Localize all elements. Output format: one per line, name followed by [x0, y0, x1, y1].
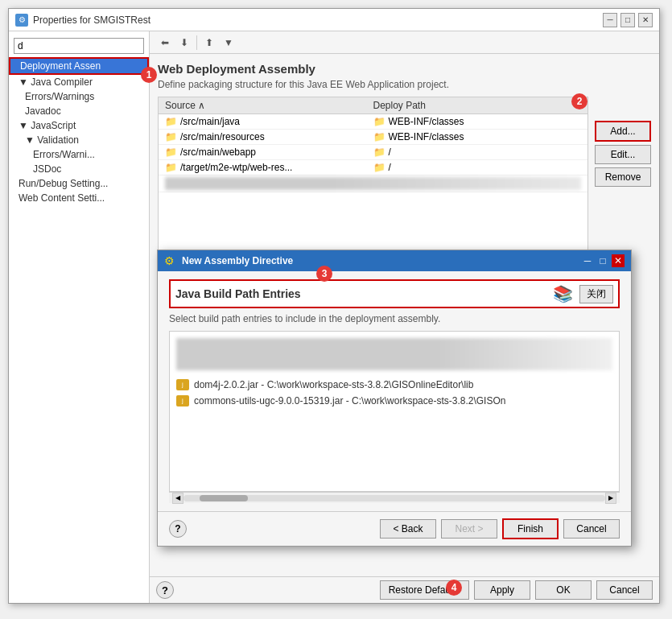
main-help-button[interactable]: ? [156, 581, 174, 599]
arrow-icon: ▼ [25, 134, 37, 146]
deploy-cell: 📁 WEB-INF/classes [373, 131, 582, 142]
nad-footer: ? < Back Next > Finish Cancel [158, 511, 631, 546]
maximize-button[interactable]: □ [620, 13, 635, 27]
edit-button[interactable]: Edit... [595, 145, 651, 164]
window-icon: ⚙ [15, 14, 28, 27]
nad-title-controls: ─ □ ✕ [581, 254, 625, 267]
scroll-right-button[interactable]: ▶ [605, 493, 616, 504]
folder-icon: 📁 [373, 162, 385, 173]
deploy-cell: 📁 / [373, 146, 582, 158]
nad-minimize-button[interactable]: ─ [581, 254, 594, 267]
expand-toolbar-button[interactable]: ⬆ [200, 34, 218, 52]
jar-icon: j [176, 395, 189, 406]
badge-3: 3 [316, 266, 332, 282]
table-row[interactable]: 📁 /src/main/webapp 📁 / [159, 145, 587, 160]
main-bottom: ? Restore Defaults Apply OK Cancel [150, 576, 659, 603]
sidebar-item-label: Web Content Setti... [19, 192, 105, 204]
folder-icon: 📁 [373, 116, 385, 127]
sidebar-item-java-compiler[interactable]: ▼ Java Compiler [9, 75, 149, 89]
books-icon: 📚 [553, 284, 573, 303]
nad-maximize-button[interactable]: □ [596, 254, 609, 267]
remove-button[interactable]: Remove [595, 167, 651, 187]
ok-button[interactable]: OK [535, 580, 592, 600]
wda-table: Source ∧ Deploy Path 📁 /src/main/java [158, 97, 588, 258]
sidebar-item-deployment[interactable]: Deployment Assen [9, 57, 149, 75]
sidebar-item-label: Errors/Warni... [33, 149, 95, 160]
forward-toolbar-button[interactable]: ⬇ [175, 34, 193, 52]
window-title: Properties for SMGISTRest [33, 14, 603, 26]
scroll-track[interactable] [183, 495, 605, 501]
sidebar-item-validation[interactable]: ▼ Validation [9, 133, 149, 147]
nad-title-icon: ⚙ [164, 254, 177, 267]
sidebar-item-label: JSDoc [33, 163, 61, 175]
nad-close-button[interactable]: ✕ [612, 254, 625, 267]
table-row[interactable]: 📁 /src/main/java 📁 WEB-INF/classes [159, 114, 587, 130]
arrow-icon: ▼ [19, 76, 31, 88]
badge-4: 4 [446, 580, 462, 596]
sidebar-item-javadoc[interactable]: Javadoc [9, 104, 149, 118]
folder-icon: 📁 [373, 146, 385, 158]
finish-button[interactable]: Finish [502, 518, 559, 539]
sidebar-item-javascript[interactable]: ▼ JavaScript [9, 118, 149, 133]
more-toolbar-button[interactable]: ▼ [220, 34, 237, 52]
source-cell: 📁 /src/main/webapp [165, 146, 373, 158]
close-label-button[interactable]: 关闭 [579, 285, 613, 303]
cancel-main-button[interactable]: Cancel [596, 580, 653, 600]
wda-title: Web Deployment Assembly [158, 62, 651, 76]
folder-icon: 📁 [165, 162, 177, 173]
table-row[interactable]: 📁 /target/m2e-wtp/web-res... 📁 / [159, 160, 587, 175]
sidebar-item-run-debug[interactable]: Run/Debug Setting... [9, 176, 149, 191]
next-button[interactable]: Next > [441, 519, 497, 539]
back-button[interactable]: < Back [380, 519, 436, 539]
window-controls: ─ □ ✕ [603, 13, 653, 27]
sidebar-item-jsdoc[interactable]: JSDoc [9, 162, 149, 176]
main-title-bar: ⚙ Properties for SMGISTRest ─ □ ✕ [9, 9, 659, 31]
back-toolbar-button[interactable]: ⬅ [156, 34, 174, 52]
nad-list[interactable]: j dom4j-2.0.2.jar - C:\work\workspace-st… [169, 331, 620, 492]
sidebar-search-input[interactable] [14, 38, 144, 54]
scroll-thumb[interactable] [200, 495, 248, 501]
folder-icon: 📁 [373, 131, 385, 142]
scroll-left-button[interactable]: ◀ [172, 493, 183, 504]
arrow-icon: ▼ [19, 120, 31, 131]
nad-help-button[interactable]: ? [169, 520, 187, 538]
minimize-button[interactable]: ─ [603, 13, 617, 27]
nad-body: Java Build Path Entries 📚 关闭 Select buil… [158, 271, 631, 511]
wda-table-header: Source ∧ Deploy Path [159, 97, 587, 114]
toolbar-separator [196, 35, 197, 50]
sidebar-item-web-content[interactable]: Web Content Setti... [9, 191, 149, 205]
table-row[interactable]: 📁 /src/main/resources 📁 WEB-INF/classes [159, 130, 587, 145]
nad-heading-text: Java Build Path Entries [175, 287, 546, 300]
sidebar-item-label: JavaScript [31, 120, 76, 131]
close-button[interactable]: ✕ [638, 13, 653, 27]
list-item-label: commons-utils-ugc-9.0.0-15319.jar - C:\w… [194, 395, 505, 406]
sidebar-item-label: Deployment Assen [20, 60, 101, 72]
sidebar-item-label: Validation [37, 134, 79, 146]
list-item-label: dom4j-2.0.2.jar - C:\work\workspace-sts-… [194, 379, 473, 390]
deploy-cell: 📁 WEB-INF/classes [373, 116, 582, 127]
nad-description: Select build path entries to include in … [169, 313, 620, 324]
sidebar-item-label: Javadoc [25, 105, 61, 117]
sidebar-item-errors-warnings[interactable]: Errors/Warnings [9, 89, 149, 104]
sidebar-item-label: Run/Debug Setting... [19, 178, 108, 189]
sidebar-item-label: Errors/Warnings [25, 91, 94, 102]
list-item[interactable]: j commons-utils-ugc-9.0.0-15319.jar - C:… [170, 393, 619, 409]
source-header: Source ∧ [165, 100, 373, 111]
source-cell: 📁 /src/main/java [165, 116, 373, 127]
nad-hscroll[interactable]: ◀ ▶ [169, 492, 620, 503]
jar-icon: j [176, 379, 189, 390]
folder-icon: 📁 [165, 146, 177, 158]
table-row-blurred [159, 175, 587, 192]
apply-button[interactable]: Apply [474, 580, 530, 600]
list-item[interactable]: j dom4j-2.0.2.jar - C:\work\workspace-st… [170, 377, 619, 393]
add-button[interactable]: Add... [595, 121, 651, 142]
badge-2: 2 [571, 93, 587, 109]
deploy-cell: 📁 / [373, 162, 582, 173]
sidebar-item-errors-warnings2[interactable]: Errors/Warni... [9, 147, 149, 162]
cancel-button[interactable]: Cancel [563, 519, 620, 539]
nad-title-bar: ⚙ New Assembly Directive ─ □ ✕ [158, 250, 631, 271]
wda-description: Define packaging structure for this Java… [158, 79, 651, 90]
folder-icon: 📁 [165, 116, 177, 127]
deploy-header: Deploy Path [373, 100, 582, 111]
source-cell: 📁 /target/m2e-wtp/web-res... [165, 162, 373, 173]
